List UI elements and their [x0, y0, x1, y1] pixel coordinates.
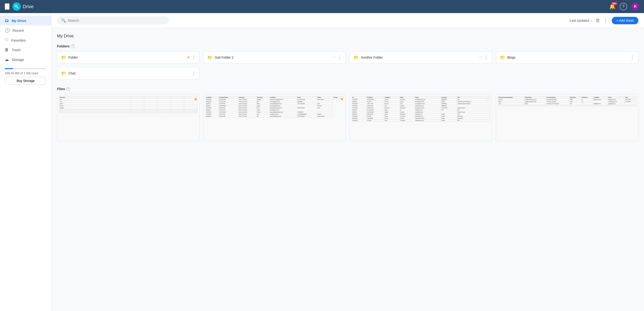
page-content: My Drive Folders ? 📁 Folder ♥ — [52, 28, 644, 147]
folder-card-0[interactable]: 📁 Folder ♥ ⋮ — [57, 51, 200, 63]
folder-more-icon-0[interactable]: ⋮ — [192, 55, 196, 60]
recent-icon: 🕐 — [5, 28, 10, 33]
file-favorite-icon-1[interactable]: ♥ — [340, 97, 343, 102]
folder-icon-2: 📁 — [354, 55, 359, 60]
sidebar-item-favorites[interactable]: ♡ Favorites — [0, 35, 51, 45]
spreadsheet-preview-0: Fullname First Last Email Phone Address — [59, 96, 198, 113]
search-input[interactable] — [68, 18, 165, 22]
sidebar-item-trash[interactable]: 🗑 Trash — [0, 45, 51, 55]
main-content: 🔍 Last Updated ↓ ☰ ⋮ + Add sheet My Driv… — [52, 13, 644, 311]
favorites-icon: ♡ — [5, 37, 8, 43]
app-name: Drive — [23, 4, 34, 9]
files-section: Files ? Fullname First Last Emai — [57, 87, 638, 141]
file-favorite-icon-0[interactable]: ♥ — [194, 97, 197, 102]
folders-section-title: Folders ? — [57, 44, 638, 48]
file-preview-3: BusinessContactAddressProjectTypeCustome… — [496, 94, 638, 141]
folder-more-icon-4[interactable]: ⋮ — [192, 71, 196, 76]
folder-name-0: Folder — [68, 55, 78, 59]
file-favorite-icon-2[interactable]: ♡ — [485, 97, 490, 102]
folder-card-4[interactable]: 📁 Chat ⋮ — [57, 67, 200, 79]
header-left: ⊞ Drive — [5, 2, 34, 11]
files-grid: Fullname First Last Email Phone Address — [57, 94, 638, 141]
toolbar-right: Last Updated ↓ ☰ ⋮ + Add sheet — [570, 17, 638, 24]
folder-favorite-icon-0[interactable]: ♥ — [188, 55, 190, 59]
file-preview-2: IDFirstNameLastNameEmailPhoneCompanyN/A … — [350, 94, 492, 141]
folder-more-icon-1[interactable]: ⋮ — [338, 55, 342, 60]
file-preview-0: Fullname First Last Email Phone Address — [57, 94, 199, 141]
sidebar-label-recent: Recent — [12, 28, 24, 32]
file-card-0[interactable]: Fullname First Last Email Phone Address — [57, 94, 200, 141]
folders-grid: 📁 Folder ♥ ⋮ 📁 Sub Folder 2 — [57, 51, 638, 79]
add-sheet-button[interactable]: + Add sheet — [612, 17, 638, 24]
storage-icon: ☁ — [5, 57, 9, 62]
search-icon: 🔍 — [61, 18, 66, 23]
breadcrumb: My Drive — [57, 34, 638, 38]
storage-used-label: 198.45 MB of 1 GB used — [5, 71, 46, 75]
avatar[interactable]: K — [632, 2, 639, 10]
my-drive-icon: 🗂 — [5, 18, 9, 23]
folder-name-1: Sub Folder 2 — [215, 55, 234, 59]
sidebar: 🗂 My Drive 🕐 Recent ♡ Favorites 🗑 Trash … — [0, 13, 52, 311]
folder-favorite-icon-1[interactable]: ♡ — [332, 55, 336, 60]
more-options-button[interactable]: ⋮ — [603, 18, 608, 23]
folder-card-2[interactable]: 📁 Another Folder ♡ ⋮ — [350, 51, 492, 63]
view-toggle-button[interactable]: ☰ — [596, 18, 600, 23]
sidebar-label-storage: Storage — [12, 58, 24, 62]
main-layout: 🗂 My Drive 🕐 Recent ♡ Favorites 🗑 Trash … — [0, 13, 644, 311]
files-section-title: Files ? — [57, 87, 638, 91]
top-bar: 🔍 Last Updated ↓ ☰ ⋮ + Add sheet — [52, 13, 644, 28]
folder-more-icon-2[interactable]: ⋮ — [484, 55, 488, 60]
spreadsheet-preview-1: LastNameCustomerStatusSalesTypeFirstname… — [206, 96, 344, 117]
file-favorite-icon-3[interactable]: ♡ — [632, 97, 636, 102]
spreadsheet-preview-3: BusinessContactAddressProjectTypeCustome… — [498, 96, 636, 106]
sidebar-item-my-drive[interactable]: 🗂 My Drive — [0, 16, 51, 25]
folders-help-icon[interactable]: ? — [71, 44, 75, 48]
logo-icon — [12, 2, 21, 11]
folder-icon-4: 📁 — [61, 71, 66, 76]
sort-arrow-icon: ↓ — [590, 18, 592, 23]
svg-line-1 — [17, 7, 18, 8]
folder-icon-3: 📁 — [500, 55, 505, 60]
sidebar-label-favorites: Favorites — [11, 38, 26, 42]
spreadsheet-preview-2: IDFirstNameLastNameEmailPhoneCompanyN/A … — [352, 96, 490, 122]
folder-name-3: Blogs — [507, 55, 516, 59]
header-right: 🔔 94+ ? K — [609, 2, 639, 10]
folders-section: Folders ? 📁 Folder ♥ ⋮ — [57, 44, 638, 79]
folder-icon-1: 📁 — [207, 55, 212, 60]
folder-favorite-icon-2[interactable]: ♡ — [479, 55, 482, 60]
notification-badge: 94+ — [612, 2, 617, 5]
files-help-icon[interactable]: ? — [66, 87, 70, 91]
search-box[interactable]: 🔍 — [57, 16, 169, 24]
sidebar-label-trash: Trash — [12, 48, 20, 52]
grid-menu-icon[interactable]: ⊞ — [5, 3, 10, 10]
file-card-2[interactable]: IDFirstNameLastNameEmailPhoneCompanyN/A … — [350, 94, 492, 141]
trash-icon: 🗑 — [5, 47, 9, 52]
file-preview-1: LastNameCustomerStatusSalesTypeFirstname… — [204, 94, 346, 141]
file-card-1[interactable]: LastNameCustomerStatusSalesTypeFirstname… — [203, 94, 346, 141]
storage-section: 198.45 MB of 1 GB used Buy Storage — [0, 64, 51, 88]
folder-name-4: Chat — [68, 71, 76, 75]
logo: Drive — [12, 2, 34, 11]
folder-card-1[interactable]: 📁 Sub Folder 2 ♡ ⋮ — [203, 51, 346, 63]
folder-card-3[interactable]: 📁 Blogs ⋮ — [496, 51, 638, 63]
notifications-button[interactable]: 🔔 94+ — [609, 3, 616, 9]
folder-name-2: Another Folder — [361, 55, 383, 59]
help-button[interactable]: ? — [620, 3, 627, 10]
folder-icon-0: 📁 — [61, 55, 66, 60]
storage-bar — [5, 68, 46, 69]
sort-button[interactable]: Last Updated ↓ — [570, 18, 592, 23]
sidebar-item-recent[interactable]: 🕐 Recent — [0, 25, 51, 35]
sidebar-item-storage[interactable]: ☁ Storage — [0, 55, 51, 64]
storage-fill — [5, 68, 13, 69]
file-card-3[interactable]: BusinessContactAddressProjectTypeCustome… — [496, 94, 638, 141]
buy-storage-button[interactable]: Buy Storage — [5, 77, 46, 85]
app-header: ⊞ Drive 🔔 94+ ? K — [0, 0, 644, 13]
sidebar-label-my-drive: My Drive — [12, 19, 26, 23]
sort-label-text: Last Updated — [570, 19, 589, 22]
folder-more-icon-3[interactable]: ⋮ — [630, 55, 634, 60]
